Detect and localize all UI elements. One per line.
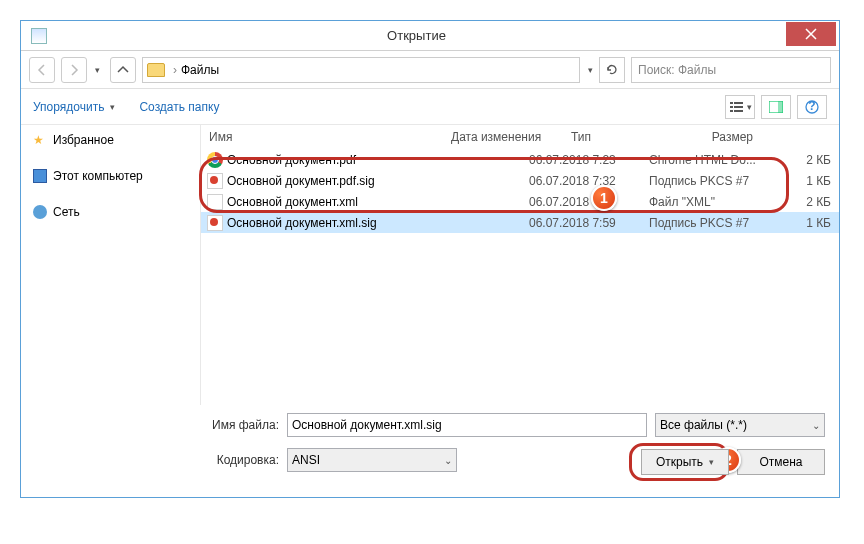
refresh-icon [605,63,619,77]
star-icon: ★ [33,133,47,147]
sidebar-network[interactable]: Сеть [21,201,200,223]
callout-badge-1: 1 [591,185,617,211]
back-button[interactable] [29,57,55,83]
svg-rect-3 [734,106,743,108]
folder-icon [147,63,165,77]
arrow-up-icon [116,63,130,77]
svg-rect-5 [734,110,743,112]
toolbar: Упорядочить ▾ Создать папку ▾ ? [21,89,839,125]
chevron-down-icon: ▾ [747,102,752,112]
xml-icon [207,194,223,210]
svg-rect-4 [730,110,733,112]
file-open-dialog: Открытие ▾ › Файлы ▾ Поиск: Файлы Упо [20,20,840,498]
up-button[interactable] [110,57,136,83]
bottom-panel: Имя файла: Все файлы (*.*) ⌄ Кодировка: … [21,405,839,497]
window-title: Открытие [47,28,786,43]
refresh-button[interactable] [599,57,625,83]
file-list-area: Имя Дата изменения Тип Размер Основной д… [201,125,839,405]
list-view-icon [729,101,745,113]
svg-rect-7 [778,101,783,113]
file-row[interactable]: Основной документ.xml.sig 06.07.2018 7:5… [201,212,839,233]
preview-icon [769,101,783,113]
close-icon [805,28,817,40]
file-type-filter[interactable]: Все файлы (*.*) ⌄ [655,413,825,437]
column-type[interactable]: Тип [571,130,701,144]
help-icon: ? [805,100,819,114]
chevron-down-icon: ▾ [110,102,115,112]
organize-menu[interactable]: Упорядочить ▾ [33,100,115,114]
sidebar: ★ Избранное Этот компьютер Сеть [21,125,201,405]
path-separator-icon: › [173,63,177,77]
sidebar-this-pc[interactable]: Этот компьютер [21,165,200,187]
network-icon [33,205,47,219]
file-list: Основной документ.pdf 06.07.2018 7:23 Ch… [201,149,839,405]
search-placeholder: Поиск: Файлы [638,63,716,77]
column-date[interactable]: Дата изменения [451,130,571,144]
svg-rect-1 [734,102,743,104]
computer-icon [33,169,47,183]
column-name[interactable]: Имя [201,130,451,144]
file-row[interactable]: Основной документ.pdf 06.07.2018 7:23 Ch… [201,149,839,170]
body: ★ Избранное Этот компьютер Сеть Имя Дата… [21,125,839,405]
filename-input[interactable] [287,413,647,437]
svg-rect-0 [730,102,733,104]
chevron-down-icon: ⌄ [444,455,452,466]
signature-icon [207,215,223,231]
file-row[interactable]: Основной документ.xml 06.07.2018 7:23 Фа… [201,191,839,212]
address-bar[interactable]: › Файлы [142,57,580,83]
path-dropdown[interactable]: ▾ [588,65,593,75]
chevron-down-icon: ▾ [709,457,714,467]
encoding-label: Кодировка: [35,453,279,467]
column-size[interactable]: Размер [701,130,761,144]
svg-text:?: ? [808,100,815,113]
history-dropdown[interactable]: ▾ [95,65,100,75]
new-folder-button[interactable]: Создать папку [139,100,219,114]
encoding-select[interactable]: ANSI ⌄ [287,448,457,472]
app-icon [31,28,47,44]
arrow-left-icon [35,63,49,77]
svg-rect-2 [730,106,733,108]
sidebar-favorites[interactable]: ★ Избранное [21,129,200,151]
navigation-bar: ▾ › Файлы ▾ Поиск: Файлы [21,51,839,89]
path-segment[interactable]: Файлы [181,63,219,77]
view-options-button[interactable]: ▾ [725,95,755,119]
column-headers: Имя Дата изменения Тип Размер [201,125,839,149]
chevron-down-icon: ⌄ [812,420,820,431]
forward-button[interactable] [61,57,87,83]
preview-pane-button[interactable] [761,95,791,119]
arrow-right-icon [67,63,81,77]
chrome-icon [207,152,223,168]
search-input[interactable]: Поиск: Файлы [631,57,831,83]
file-row[interactable]: Основной документ.pdf.sig 06.07.2018 7:3… [201,170,839,191]
cancel-button[interactable]: Отмена [737,449,825,475]
close-button[interactable] [786,22,836,46]
open-button[interactable]: Открыть ▾ [641,449,729,475]
signature-icon [207,173,223,189]
titlebar: Открытие [21,21,839,51]
filename-label: Имя файла: [35,418,279,432]
help-button[interactable]: ? [797,95,827,119]
